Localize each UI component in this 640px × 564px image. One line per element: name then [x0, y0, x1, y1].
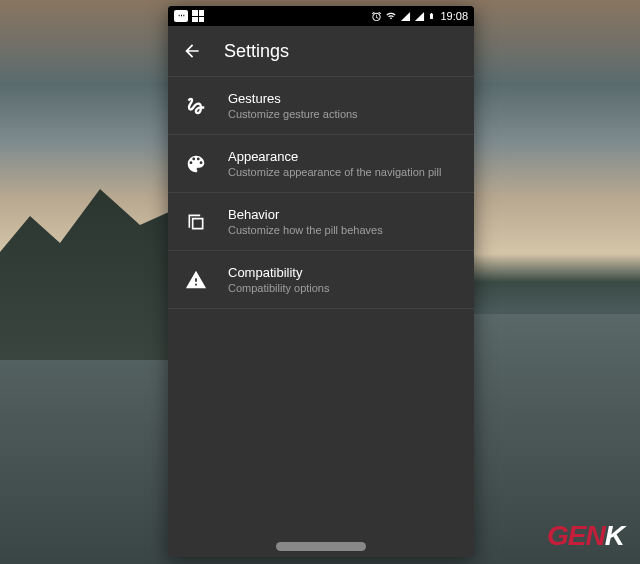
app-bar: Settings [168, 26, 474, 76]
settings-item-gestures[interactable]: Gestures Customize gesture actions [168, 76, 474, 134]
item-subtitle: Customize how the pill behaves [228, 224, 383, 236]
genk-watermark: GENK [547, 520, 624, 552]
back-button[interactable] [180, 39, 204, 63]
settings-item-behavior[interactable]: Behavior Customize how the pill behaves [168, 192, 474, 250]
item-subtitle: Compatibility options [228, 282, 330, 294]
gestures-icon [184, 94, 208, 118]
warning-icon [184, 268, 208, 292]
item-title: Compatibility [228, 265, 330, 280]
item-subtitle: Customize appearance of the navigation p… [228, 166, 441, 178]
item-title: Behavior [228, 207, 383, 222]
wifi-icon [385, 11, 397, 21]
item-text: Compatibility Compatibility options [228, 265, 330, 294]
item-subtitle: Customize gesture actions [228, 108, 358, 120]
qr-icon [192, 10, 204, 22]
item-text: Gestures Customize gesture actions [228, 91, 358, 120]
settings-list: Gestures Customize gesture actions Appea… [168, 76, 474, 309]
status-right: 19:08 [371, 10, 468, 22]
status-left: ⋯ [174, 10, 204, 22]
item-title: Appearance [228, 149, 441, 164]
status-bar: ⋯ 19:08 [168, 6, 474, 26]
item-text: Behavior Customize how the pill behaves [228, 207, 383, 236]
navigation-pill[interactable] [276, 542, 366, 551]
settings-item-appearance[interactable]: Appearance Customize appearance of the n… [168, 134, 474, 192]
item-text: Appearance Customize appearance of the n… [228, 149, 441, 178]
battery-icon [428, 10, 435, 22]
layers-icon [184, 210, 208, 234]
page-title: Settings [224, 41, 289, 62]
settings-item-compatibility[interactable]: Compatibility Compatibility options [168, 250, 474, 309]
palette-icon [184, 152, 208, 176]
phone-frame: ⋯ 19:08 Setti [168, 6, 474, 557]
signal-icon [400, 11, 411, 22]
clock-time: 19:08 [440, 10, 468, 22]
alarm-icon [371, 11, 382, 22]
item-title: Gestures [228, 91, 358, 106]
notification-badge-icon: ⋯ [174, 10, 188, 22]
signal-icon-2 [414, 11, 425, 22]
